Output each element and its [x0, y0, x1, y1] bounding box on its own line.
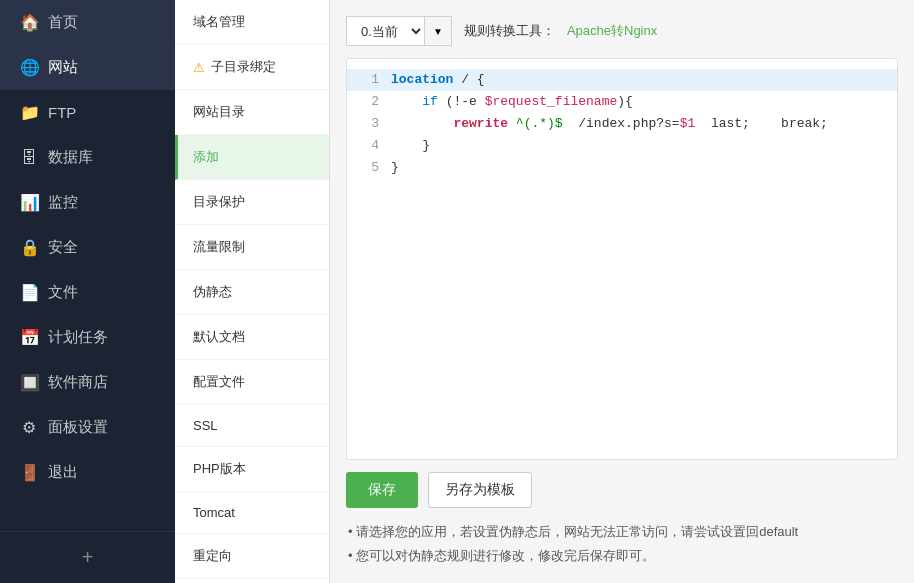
code-content-5: }	[391, 157, 399, 179]
sidebar-label-database: 数据库	[48, 148, 93, 167]
second-panel-item-redirect[interactable]: 重定向	[175, 534, 329, 579]
tips-section: 请选择您的应用，若设置伪静态后，网站无法正常访问，请尝试设置回default 您…	[346, 520, 898, 567]
settings-icon: ⚙	[20, 418, 38, 437]
website-icon: 🌐	[20, 58, 38, 77]
monitor-icon: 📊	[20, 193, 38, 212]
sidebar-item-security[interactable]: 🔒 安全	[0, 225, 175, 270]
store-icon: 🔲	[20, 373, 38, 392]
version-select-input[interactable]: 0.当前	[346, 16, 424, 46]
files-icon: 📄	[20, 283, 38, 302]
second-panel-item-add[interactable]: 添加	[175, 135, 329, 180]
sidebar-item-database[interactable]: 🗄 数据库	[0, 135, 175, 180]
sidebar-label-files: 文件	[48, 283, 78, 302]
tip-2: 您可以对伪静态规则进行修改，修改完后保存即可。	[346, 544, 898, 567]
second-panel-item-config[interactable]: 配置文件	[175, 360, 329, 405]
sidebar: 🏠 首页 🌐 网站 📁 FTP 🗄 数据库 📊 监控 🔒 安全 📄 文件 📅 计…	[0, 0, 175, 583]
second-panel-item-redirect-beta[interactable]: 重定向(测试版)	[175, 579, 329, 583]
second-panel-label-php: PHP版本	[193, 461, 246, 476]
second-panel-label-redirect: 重定向	[193, 548, 232, 563]
warning-icon: ⚠	[193, 60, 205, 75]
sidebar-label-security: 安全	[48, 238, 78, 257]
second-panel-item-domain[interactable]: 域名管理	[175, 0, 329, 45]
second-panel-label-rewrite: 伪静态	[193, 284, 232, 299]
tool-link[interactable]: Apache转Nginx	[567, 22, 657, 40]
code-line-3: 3 rewrite ^(.*)$ /index.php?s=$1 last; b…	[347, 113, 897, 135]
code-line-4: 4 }	[347, 135, 897, 157]
second-panel: 域名管理 ⚠ 子目录绑定 网站目录 添加 目录保护 流量限制 伪静态 默认文档 …	[175, 0, 330, 583]
tasks-icon: 📅	[20, 328, 38, 347]
sidebar-item-tasks[interactable]: 📅 计划任务	[0, 315, 175, 360]
second-panel-item-dirprotect[interactable]: 目录保护	[175, 180, 329, 225]
sidebar-label-tasks: 计划任务	[48, 328, 108, 347]
line-number-4: 4	[355, 135, 379, 157]
second-panel-label-config: 配置文件	[193, 374, 245, 389]
line-number-5: 5	[355, 157, 379, 179]
code-content-3: rewrite ^(.*)$ /index.php?s=$1 last; bre…	[391, 113, 828, 135]
sidebar-add-section: +	[0, 531, 175, 583]
sidebar-label-monitor: 监控	[48, 193, 78, 212]
code-content-1: location / {	[391, 69, 485, 91]
sidebar-item-store[interactable]: 🔲 软件商店	[0, 360, 175, 405]
second-panel-label-add: 添加	[193, 149, 219, 164]
second-panel-label-tomcat: Tomcat	[193, 505, 235, 520]
code-editor[interactable]: 1 location / { 2 if (!-e $request_filena…	[346, 58, 898, 460]
sidebar-label-store: 软件商店	[48, 373, 108, 392]
second-panel-item-rewrite[interactable]: 伪静态	[175, 270, 329, 315]
second-panel-label-domain: 域名管理	[193, 14, 245, 29]
second-panel-label-subdir: 子目录绑定	[211, 58, 276, 76]
save-as-template-button[interactable]: 另存为模板	[428, 472, 532, 508]
second-panel-item-webdir[interactable]: 网站目录	[175, 90, 329, 135]
code-line-2: 2 if (!-e $request_filename){	[347, 91, 897, 113]
sidebar-label-logout: 退出	[48, 463, 78, 482]
security-icon: 🔒	[20, 238, 38, 257]
sidebar-item-settings[interactable]: ⚙ 面板设置	[0, 405, 175, 450]
second-panel-label-webdir: 网站目录	[193, 104, 245, 119]
chevron-down-icon: ▼	[433, 26, 443, 37]
second-panel-label-dirprotect: 目录保护	[193, 194, 245, 209]
sidebar-item-website[interactable]: 🌐 网站	[0, 45, 175, 90]
line-number-3: 3	[355, 113, 379, 135]
sidebar-label-website: 网站	[48, 58, 78, 77]
add-icon: +	[82, 546, 94, 569]
version-selector[interactable]: 0.当前 ▼	[346, 16, 452, 46]
logout-icon: 🚪	[20, 463, 38, 482]
code-line-5: 5 }	[347, 157, 897, 179]
sidebar-item-home[interactable]: 🏠 首页	[0, 0, 175, 45]
top-bar: 0.当前 ▼ 规则转换工具： Apache转Nginx	[346, 16, 898, 46]
line-number-1: 1	[355, 69, 379, 91]
second-panel-label-default-doc: 默认文档	[193, 329, 245, 344]
second-panel-item-tomcat[interactable]: Tomcat	[175, 492, 329, 534]
home-icon: 🏠	[20, 13, 38, 32]
tip-1: 请选择您的应用，若设置伪静态后，网站无法正常访问，请尝试设置回default	[346, 520, 898, 543]
version-dropdown-button[interactable]: ▼	[424, 16, 452, 46]
sidebar-item-logout[interactable]: 🚪 退出	[0, 450, 175, 495]
tool-label: 规则转换工具：	[464, 22, 555, 40]
save-button[interactable]: 保存	[346, 472, 418, 508]
second-panel-item-php[interactable]: PHP版本	[175, 447, 329, 492]
second-panel-label-ssl: SSL	[193, 418, 218, 433]
second-panel-item-ssl[interactable]: SSL	[175, 405, 329, 447]
sidebar-label-settings: 面板设置	[48, 418, 108, 437]
code-content-2: if (!-e $request_filename){	[391, 91, 633, 113]
action-bar: 保存 另存为模板	[346, 472, 898, 508]
line-number-2: 2	[355, 91, 379, 113]
database-icon: 🗄	[20, 149, 38, 167]
sidebar-item-monitor[interactable]: 📊 监控	[0, 180, 175, 225]
main-content: 0.当前 ▼ 规则转换工具： Apache转Nginx 1 location /…	[330, 0, 914, 583]
sidebar-item-ftp[interactable]: 📁 FTP	[0, 90, 175, 135]
code-line-1: 1 location / {	[347, 69, 897, 91]
sidebar-item-files[interactable]: 📄 文件	[0, 270, 175, 315]
sidebar-label-home: 首页	[48, 13, 78, 32]
second-panel-item-traffic[interactable]: 流量限制	[175, 225, 329, 270]
second-panel-item-default-doc[interactable]: 默认文档	[175, 315, 329, 360]
sidebar-label-ftp: FTP	[48, 104, 76, 121]
add-site-button[interactable]: +	[0, 532, 175, 583]
second-panel-item-subdir[interactable]: ⚠ 子目录绑定	[175, 45, 329, 90]
second-panel-label-traffic: 流量限制	[193, 239, 245, 254]
ftp-icon: 📁	[20, 103, 38, 122]
code-content-4: }	[391, 135, 430, 157]
